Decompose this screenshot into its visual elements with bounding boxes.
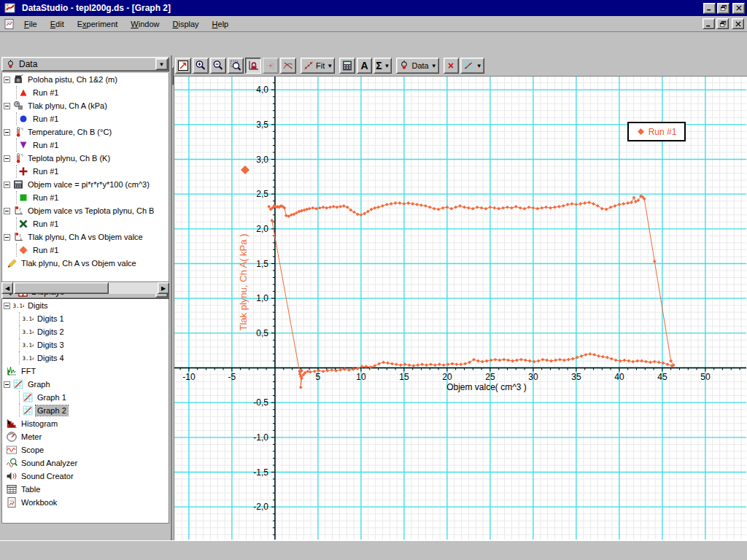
display-item-sound-creator[interactable]: Sound Creator	[2, 470, 169, 483]
slope-tool-button[interactable]	[280, 58, 296, 74]
data-item-6[interactable]: yxTlak plynu, Ch A vs Objem valce	[2, 230, 169, 244]
child-minimize-button[interactable]	[703, 18, 715, 29]
data-panel-dropdown-button[interactable]: ▼	[155, 58, 168, 70]
calculator-button[interactable]	[339, 58, 355, 74]
chevron-down-icon: ▼	[384, 63, 390, 69]
x-tick-label: 45	[657, 372, 667, 382]
collapse-icon[interactable]	[4, 208, 10, 214]
child-close-button[interactable]	[732, 18, 744, 29]
tree-item-label: Histogram	[20, 419, 59, 429]
child-restore-button[interactable]	[716, 18, 729, 29]
tree-item-label: Digits 1	[36, 314, 66, 324]
svg-text:3.14: 3.14	[23, 316, 34, 322]
display-item-graph[interactable]: Graph	[2, 378, 169, 391]
close-button[interactable]	[732, 3, 745, 14]
menu-display[interactable]: Display	[166, 18, 206, 31]
collapse-icon[interactable]	[4, 182, 10, 188]
scope-icon	[6, 444, 18, 456]
data-item-7[interactable]: Tlak plynu, Ch A vs Objem valce	[2, 257, 169, 270]
collapse-icon[interactable]	[4, 303, 10, 309]
data-item-5[interactable]: yxObjem valce vs Teplota plynu, Ch B	[2, 204, 169, 217]
legend[interactable]: Run #1	[627, 122, 686, 141]
graph-settings-menu-button[interactable]: ▼	[460, 58, 484, 74]
display-item-workbook[interactable]: Workbook	[2, 496, 169, 509]
display-item-histogram[interactable]: Histogram	[2, 417, 169, 430]
scroll-left-icon[interactable]: ◀	[1, 282, 13, 294]
x-tick-label: 50	[700, 372, 711, 382]
text-button[interactable]: A	[357, 58, 372, 74]
collapse-icon[interactable]	[4, 129, 10, 136]
statistics-menu-button[interactable]: Σ▼	[374, 58, 392, 74]
legend-diamond-icon	[637, 128, 645, 136]
data-item-6-run-0[interactable]: Run #1	[2, 244, 169, 257]
display-item-digits[interactable]: 3.14Digits	[2, 299, 169, 312]
scrollbar-thumb[interactable]	[14, 282, 109, 294]
display-item-digits-3[interactable]: 3.14Digits 3	[2, 338, 169, 351]
display-item-digits-1[interactable]: 3.14Digits 1	[2, 312, 169, 325]
menu-help[interactable]: Help	[206, 18, 236, 31]
collapse-icon[interactable]	[4, 155, 10, 162]
collapse-icon[interactable]	[4, 381, 10, 388]
data-item-4-run-0[interactable]: Run #1	[2, 191, 169, 204]
menu-file[interactable]: File	[18, 18, 44, 31]
menu-experiment[interactable]: Experiment	[71, 18, 125, 31]
smart-tool-icon	[247, 60, 259, 71]
data-item-3-run-0[interactable]: Run #1	[2, 165, 169, 178]
display-item-graph-1[interactable]: Graph 1	[2, 391, 169, 404]
display-item-digits-2[interactable]: 3.14Digits 2	[2, 325, 169, 338]
display-item-meter[interactable]: Meter	[2, 430, 169, 443]
graph-settings-menu-icon	[462, 60, 474, 71]
data-item-0-run-0[interactable]: Run #1	[2, 86, 169, 99]
tree-connector	[19, 338, 20, 351]
tree-item-label: Sound Analyzer	[20, 458, 79, 468]
smart-tool-button[interactable]	[245, 58, 261, 74]
collapse-icon[interactable]	[4, 234, 10, 241]
data-tree-hscrollbar[interactable]: ◀ ▶	[1, 282, 169, 294]
display-item-sound-analyzer[interactable]: Sound Analyzer	[2, 456, 169, 470]
data-item-2[interactable]: Temperature, Ch B (°C)	[2, 125, 169, 139]
run-marker-square-icon	[18, 192, 28, 203]
collapse-icon[interactable]	[4, 103, 10, 109]
data-item-2-run-0[interactable]: Run #1	[2, 139, 169, 152]
fit-menu-button[interactable]: Fit▼	[301, 58, 335, 74]
data-item-0[interactable]: Poloha pistu, Ch 1&2 (m)	[2, 73, 169, 86]
display-item-fft[interactable]: FFT	[2, 365, 169, 378]
display-item-table[interactable]: Table	[2, 483, 169, 496]
menu-edit[interactable]: Edit	[44, 18, 71, 31]
tree-item-label: Tlak plynu, Ch A (kPa)	[26, 101, 109, 111]
display-item-digits-4[interactable]: 3.14Digits 4	[2, 351, 169, 365]
collapse-icon[interactable]	[4, 77, 10, 83]
zoom-out-button[interactable]	[210, 58, 226, 74]
zoom-in-button[interactable]	[193, 58, 209, 74]
delete-button[interactable]: ×	[444, 58, 459, 74]
digits-icon: 3.14	[12, 300, 24, 311]
svg-text:3.14: 3.14	[23, 329, 34, 335]
window-title: DataStudio - tepl200g.ds - [Graph 2]	[22, 3, 171, 13]
menu-bar: FileEditExperimentWindowDisplayHelp	[0, 16, 747, 32]
data-item-4[interactable]: Objem valce = pi*r*r*y*100 (cm^3)	[2, 178, 169, 191]
xy-tool-button[interactable]: yx	[263, 58, 279, 74]
restore-button[interactable]	[717, 3, 729, 14]
data-item-3[interactable]: Teplota plynu, Ch B (K)	[2, 152, 169, 165]
data-item-5-run-0[interactable]: Run #1	[2, 217, 169, 230]
chart-svg[interactable]: -10-551015202530354045504,03,53,02,52,01…	[174, 77, 746, 540]
sound-analyzer-icon	[6, 457, 18, 469]
graph-plot-area[interactable]: -10-551015202530354045504,03,53,02,52,01…	[174, 76, 747, 540]
scroll-right-icon[interactable]: ▶	[158, 282, 169, 294]
data-panel-title: Data	[19, 59, 152, 69]
plot-canvas[interactable]: -10-551015202530354045504,03,53,02,52,01…	[174, 77, 747, 540]
minimize-button[interactable]	[703, 3, 716, 14]
x-tick-label: 15	[399, 372, 409, 382]
data-menu-button[interactable]: Data▼	[396, 58, 438, 74]
data-panel-header[interactable]: Data ▼	[1, 57, 169, 71]
zoom-select-button[interactable]	[228, 58, 244, 74]
menu-window[interactable]: Window	[124, 18, 166, 31]
data-item-1-run-0[interactable]: Run #1	[2, 112, 169, 125]
tree-item-label: Temperature, Ch B (°C)	[26, 127, 113, 137]
data-item-1[interactable]: Tlak plynu, Ch A (kPa)	[2, 99, 169, 112]
tree-connector	[19, 312, 20, 325]
svg-text:3.14: 3.14	[13, 303, 25, 309]
scale-to-fit-button[interactable]	[175, 58, 191, 74]
display-item-graph-2[interactable]: Graph 2	[2, 404, 169, 417]
display-item-scope[interactable]: Scope	[2, 443, 169, 456]
